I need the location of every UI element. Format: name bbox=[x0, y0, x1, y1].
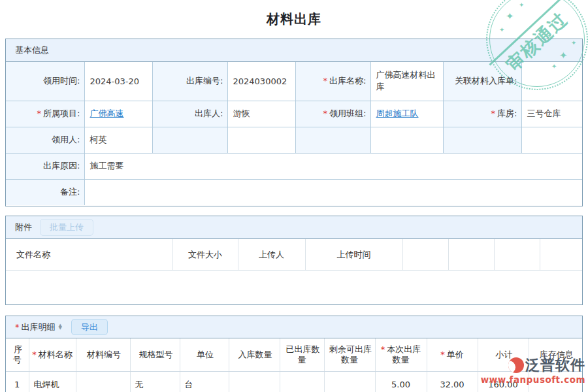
column-header-outbound-qty: 已出库数量 bbox=[280, 338, 324, 372]
column-header-file-name: 文件名称 bbox=[6, 239, 172, 270]
field-value bbox=[84, 179, 582, 205]
label-text: 库房: bbox=[497, 108, 517, 118]
label-text: 所属项目: bbox=[43, 108, 80, 118]
empty-value-cell bbox=[370, 127, 443, 153]
logo-name: 泛普软件 bbox=[525, 355, 585, 375]
field-label: *领用班组: bbox=[295, 101, 370, 127]
field-label: *所属项目: bbox=[6, 101, 84, 127]
required-marker: * bbox=[381, 344, 385, 354]
cell-material-name: 电焊机 bbox=[29, 372, 76, 392]
header-text: 剩余可出库数量 bbox=[329, 344, 372, 365]
column-header-spec-model: 规格型号 bbox=[130, 338, 180, 372]
field-label: 备注: bbox=[6, 179, 84, 205]
column-header-empty bbox=[402, 239, 448, 270]
empty-value-cell bbox=[521, 127, 582, 153]
details-title: 出库明细 bbox=[22, 321, 56, 333]
column-header-uploader: 上传人 bbox=[238, 239, 305, 270]
empty-label-cell bbox=[295, 127, 370, 153]
required-marker: * bbox=[491, 108, 496, 118]
required-marker: * bbox=[323, 76, 328, 86]
column-header-seq: 序号 bbox=[6, 338, 29, 372]
required-marker: * bbox=[37, 108, 42, 118]
field-label: 关联材料入库单: bbox=[443, 62, 521, 101]
basic-info-title: 基本信息 bbox=[15, 44, 49, 56]
empty-value-cell bbox=[227, 127, 295, 153]
column-header-upload-time: 上传时间 bbox=[305, 239, 402, 270]
attachments-title: 附件 bbox=[15, 221, 32, 233]
field-value: 广佛高速 bbox=[84, 101, 152, 127]
cell-unit: 台 bbox=[180, 372, 229, 392]
header-text: 规格型号 bbox=[139, 350, 173, 359]
field-label: 出库人: bbox=[152, 101, 227, 127]
cell-inbound-qty bbox=[229, 372, 280, 392]
field-value: 广佛高速材料出库 bbox=[370, 62, 443, 101]
basic-info-table: 领用时间: 2024-03-20 出库编号: 2024030002 *出库名称:… bbox=[6, 62, 582, 205]
details-header: * 出库明细 ▲▼ 导出 bbox=[6, 316, 582, 338]
cell-material-code bbox=[76, 372, 130, 392]
field-value: 2024030002 bbox=[227, 62, 295, 101]
column-header-this-outbound-qty: *本次出库数量 bbox=[375, 338, 427, 372]
field-label: 领用人: bbox=[6, 127, 84, 153]
header-text: 本次出库数量 bbox=[387, 344, 421, 365]
cell-seq: 1 bbox=[6, 372, 29, 392]
header-text: 已出库数量 bbox=[286, 344, 320, 365]
field-value: 三号仓库 bbox=[521, 101, 582, 127]
column-header-unit: 单位 bbox=[180, 338, 229, 372]
export-button[interactable]: 导出 bbox=[71, 319, 108, 336]
basic-info-section: 基本信息 领用时间: 2024-03-20 出库编号: 2024030002 *… bbox=[5, 39, 583, 206]
header-text: 单位 bbox=[197, 350, 214, 359]
header-text: 入库数量 bbox=[238, 350, 272, 359]
label-text: 领用人: bbox=[52, 135, 80, 144]
star-icon: ✦ bbox=[519, 1, 524, 8]
field-value bbox=[521, 62, 582, 101]
field-value: 游恢 bbox=[227, 101, 295, 127]
attachments-header-row: 文件名称 文件大小 上传人 上传时间 bbox=[6, 239, 582, 270]
column-header-empty bbox=[540, 239, 582, 270]
column-header-empty bbox=[448, 239, 494, 270]
batch-upload-button[interactable]: 批量上传 bbox=[40, 219, 93, 236]
column-header-material-name: *材料名称 bbox=[29, 338, 76, 372]
material-outbound-page: 材料出库 基本信息 领用时间: 2024-03-20 出库编号: 2024030… bbox=[0, 0, 588, 392]
cell-spec-model: 无 bbox=[130, 372, 180, 392]
required-marker: * bbox=[323, 108, 328, 118]
table-row: 领用人: 柯英 bbox=[6, 127, 582, 153]
header-text: 材料名称 bbox=[39, 350, 73, 359]
table-row: 出库原因: 施工需要 bbox=[6, 153, 582, 179]
field-label: 出库编号: bbox=[152, 62, 227, 101]
cell-remaining-qty bbox=[324, 372, 375, 392]
cell-unit-price: 32.00 bbox=[427, 372, 478, 392]
column-header-unit-price: *单价 bbox=[427, 338, 478, 372]
column-header-file-size: 文件大小 bbox=[172, 239, 238, 270]
sort-down-arrow: ▼ bbox=[59, 327, 62, 330]
header-text: 序号 bbox=[13, 344, 23, 365]
label-text: 出库原因: bbox=[43, 161, 80, 171]
header-text: 单价 bbox=[447, 350, 464, 359]
label-text: 关联材料入库单: bbox=[455, 76, 517, 86]
sort-icon[interactable]: ▲▼ bbox=[59, 325, 62, 330]
logo-url: www.fanpusoft.com bbox=[481, 374, 585, 385]
table-row: *所属项目: 广佛高速 出库人: 游恢 *领用班组: 周超施工队 *库房: 三号… bbox=[6, 101, 582, 127]
page-title: 材料出库 bbox=[0, 10, 588, 28]
project-link[interactable]: 广佛高速 bbox=[90, 108, 124, 118]
label-text: 出库名称: bbox=[329, 76, 366, 86]
column-header-remaining-qty: 剩余可出库数量 bbox=[324, 338, 375, 372]
label-text: 领用班组: bbox=[329, 108, 366, 118]
field-value: 施工需要 bbox=[84, 153, 582, 179]
empty-label-cell bbox=[443, 127, 521, 153]
logo-row: 泛普软件 bbox=[481, 355, 585, 375]
field-label: 出库原因: bbox=[6, 153, 84, 179]
column-header-empty bbox=[494, 239, 540, 270]
required-marker: * bbox=[15, 322, 20, 332]
header-text: 材料编号 bbox=[87, 350, 121, 359]
column-header-inbound-qty: 入库数量 bbox=[229, 338, 280, 372]
attachments-table: 文件名称 文件大小 上传人 上传时间 bbox=[6, 239, 582, 270]
label-text: 领用时间: bbox=[43, 76, 80, 86]
fanpu-logo: 泛普软件 www.fanpusoft.com bbox=[481, 355, 585, 385]
cell-this-outbound-qty: 5.00 bbox=[375, 372, 427, 392]
team-link[interactable]: 周超施工队 bbox=[376, 108, 419, 118]
attachments-header: 附件 批量上传 bbox=[6, 216, 582, 239]
field-label: *出库名称: bbox=[295, 62, 370, 101]
label-text: 备注: bbox=[60, 187, 80, 197]
required-marker: * bbox=[440, 350, 445, 359]
field-label: *库房: bbox=[443, 101, 521, 127]
